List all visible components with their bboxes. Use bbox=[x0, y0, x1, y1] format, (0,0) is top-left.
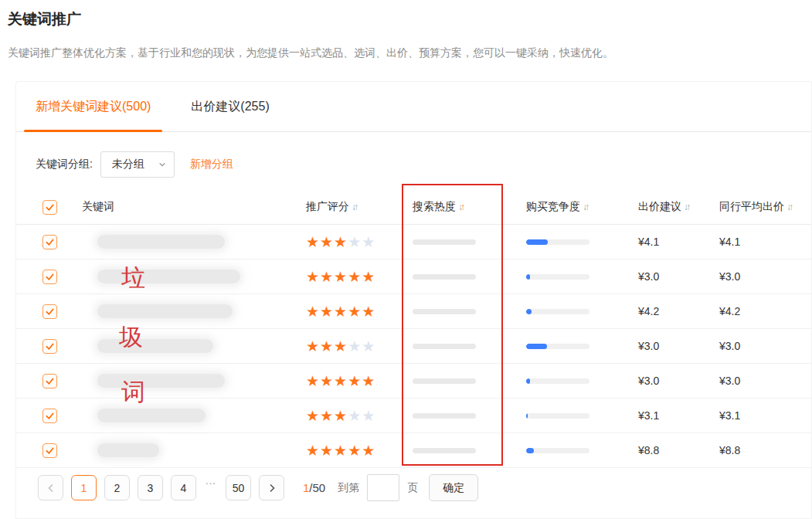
row-checkbox[interactable] bbox=[42, 339, 57, 354]
goto-page-label: 到第 bbox=[338, 481, 359, 495]
page-unit-label: 页 bbox=[407, 481, 418, 495]
bid-value: ¥4.2 bbox=[638, 305, 659, 317]
keyword-blurred bbox=[97, 409, 206, 422]
select-all-checkbox[interactable] bbox=[42, 200, 57, 215]
search-heat-bar bbox=[413, 378, 476, 384]
row-checkbox[interactable] bbox=[42, 374, 57, 388]
page-button-3[interactable]: 3 bbox=[138, 475, 163, 500]
row-checkbox[interactable] bbox=[42, 270, 57, 284]
col-header-keyword: 关键词 bbox=[82, 200, 306, 214]
check-icon bbox=[45, 341, 55, 351]
keyword-blurred bbox=[97, 235, 225, 249]
peer-avg-value: ¥3.0 bbox=[719, 340, 740, 352]
page-buttons: 1234...50 bbox=[71, 475, 259, 500]
bid-value: ¥3.1 bbox=[638, 409, 659, 422]
promo-score-stars: ★★★★★ bbox=[306, 409, 375, 423]
check-icon bbox=[45, 272, 55, 282]
col-header-search-heat[interactable]: 搜索热度 ↓↑ bbox=[410, 200, 526, 214]
keyword-blurred bbox=[97, 304, 233, 318]
peer-avg-value: ¥4.2 bbox=[719, 305, 740, 317]
promo-score-stars: ★★★★★ bbox=[306, 374, 375, 388]
row-checkbox[interactable] bbox=[42, 304, 57, 319]
competition-bar bbox=[526, 344, 589, 349]
table-row: ★★★★★ ¥3.0 ¥3.0 bbox=[16, 260, 812, 294]
peer-avg-value: ¥4.1 bbox=[719, 236, 740, 248]
search-heat-bar bbox=[413, 239, 476, 245]
row-checkbox[interactable] bbox=[42, 443, 57, 458]
page-status: 1/50 bbox=[303, 481, 325, 494]
promo-score-stars: ★★★★★ bbox=[306, 443, 375, 458]
chevron-down-icon bbox=[158, 161, 166, 168]
row-checkbox[interactable] bbox=[42, 409, 57, 423]
bid-value: ¥4.1 bbox=[638, 236, 659, 248]
chevron-left-icon bbox=[46, 483, 56, 493]
check-icon bbox=[45, 411, 55, 421]
check-icon bbox=[45, 376, 55, 386]
confirm-button[interactable]: 确定 bbox=[429, 474, 478, 501]
peer-avg-value: ¥3.0 bbox=[719, 270, 740, 283]
competition-bar bbox=[526, 239, 589, 245]
peer-avg-value: ¥8.8 bbox=[719, 444, 740, 456]
bid-value: ¥3.0 bbox=[638, 375, 659, 387]
search-heat-bar bbox=[413, 413, 476, 419]
page-button-50[interactable]: 50 bbox=[226, 475, 251, 500]
col-header-peer-avg-bid[interactable]: 同行平均出价 ↓↑ bbox=[719, 200, 812, 214]
competition-bar bbox=[526, 448, 589, 453]
bid-value: ¥3.0 bbox=[638, 270, 659, 283]
tab-new-keyword-suggestions[interactable]: 新增关键词建议(500) bbox=[26, 82, 160, 131]
sort-icon: ↓↑ bbox=[583, 202, 589, 212]
page-ellipsis: ... bbox=[204, 475, 218, 500]
peer-avg-value: ¥3.1 bbox=[719, 409, 740, 422]
col-header-buy-competition[interactable]: 购买竞争度 ↓↑ bbox=[526, 200, 638, 214]
add-group-link[interactable]: 新增分组 bbox=[190, 158, 233, 171]
competition-bar bbox=[526, 413, 589, 419]
tab-bid-suggestions[interactable]: 出价建议(255) bbox=[182, 82, 278, 131]
page-button-1[interactable]: 1 bbox=[71, 475, 97, 500]
search-heat-bar bbox=[413, 344, 476, 349]
table-row: ★★★★★ ¥4.2 ¥4.2 bbox=[16, 294, 812, 329]
keyword-group-value: 未分组 bbox=[112, 158, 144, 171]
keyword-table: 关键词 推广评分 ↓↑ 搜索热度 ↓↑ 购买竞争度 ↓↑ 出价建议 ↓↑ 同行平… bbox=[16, 190, 812, 468]
competition-bar bbox=[526, 378, 589, 384]
table-row: ★★★★★ ¥3.1 ¥3.1 bbox=[16, 399, 812, 433]
table-row: ★★★★★ ¥3.0 ¥3.0 bbox=[16, 364, 812, 399]
check-icon bbox=[45, 237, 55, 247]
search-heat-bar bbox=[413, 448, 476, 453]
check-icon bbox=[45, 202, 55, 212]
table-body: ★★★★★ ¥4.1 ¥4.1 ★★★★★ ¥3.0 ¥3.0 ★★★★★ ¥4… bbox=[16, 225, 812, 468]
goto-page-input[interactable] bbox=[367, 474, 399, 501]
pagination: 1234...50 1/50 到第 页 确定 bbox=[38, 474, 478, 501]
table-row: ★★★★★ ¥3.0 ¥3.0 bbox=[16, 329, 812, 364]
tab-bar: 新增关键词建议(500) 出价建议(255) bbox=[16, 82, 811, 132]
col-header-bid-suggestion[interactable]: 出价建议 ↓↑ bbox=[638, 200, 719, 214]
peer-avg-value: ¥3.0 bbox=[719, 375, 740, 387]
prev-page-button[interactable] bbox=[38, 475, 63, 500]
sort-icon: ↓↑ bbox=[787, 202, 793, 212]
search-heat-bar bbox=[413, 274, 476, 280]
keyword-group-dropdown[interactable]: 未分组 bbox=[100, 151, 175, 178]
keyword-blurred bbox=[97, 374, 225, 388]
col-header-promo-score[interactable]: 推广评分 ↓↑ bbox=[306, 200, 410, 214]
promo-score-stars: ★★★★★ bbox=[306, 235, 375, 249]
keyword-suggestion-panel: 新增关键词建议(500) 出价建议(255) 关键词分组: 未分组 新增分组 关… bbox=[15, 81, 812, 519]
filter-row: 关键词分组: 未分组 新增分组 bbox=[36, 151, 811, 178]
keyword-blurred bbox=[97, 443, 159, 457]
page-subtitle: 关键词推广整体优化方案，基于行业和您的现状，为您提供一站式选品、选词、出价、预算… bbox=[8, 46, 613, 60]
sort-icon: ↓↑ bbox=[684, 202, 691, 212]
page-button-2[interactable]: 2 bbox=[104, 475, 130, 500]
keyword-group-label: 关键词分组: bbox=[36, 158, 93, 171]
table-row: ★★★★★ ¥8.8 ¥8.8 bbox=[16, 433, 812, 468]
check-icon bbox=[45, 446, 55, 456]
check-icon bbox=[45, 307, 55, 317]
row-checkbox[interactable] bbox=[42, 235, 57, 249]
page-button-4[interactable]: 4 bbox=[171, 475, 196, 500]
table-row: ★★★★★ ¥4.1 ¥4.1 bbox=[16, 225, 812, 260]
sort-icon-active: ↓↑ bbox=[458, 202, 465, 212]
page-title: 关键词推广 bbox=[8, 9, 81, 29]
keyword-blurred bbox=[97, 270, 240, 283]
next-page-button[interactable] bbox=[259, 475, 284, 500]
promo-score-stars: ★★★★★ bbox=[306, 270, 375, 284]
sort-icon: ↓↑ bbox=[352, 202, 358, 212]
search-heat-bar bbox=[413, 309, 476, 314]
chevron-right-icon bbox=[267, 483, 277, 493]
